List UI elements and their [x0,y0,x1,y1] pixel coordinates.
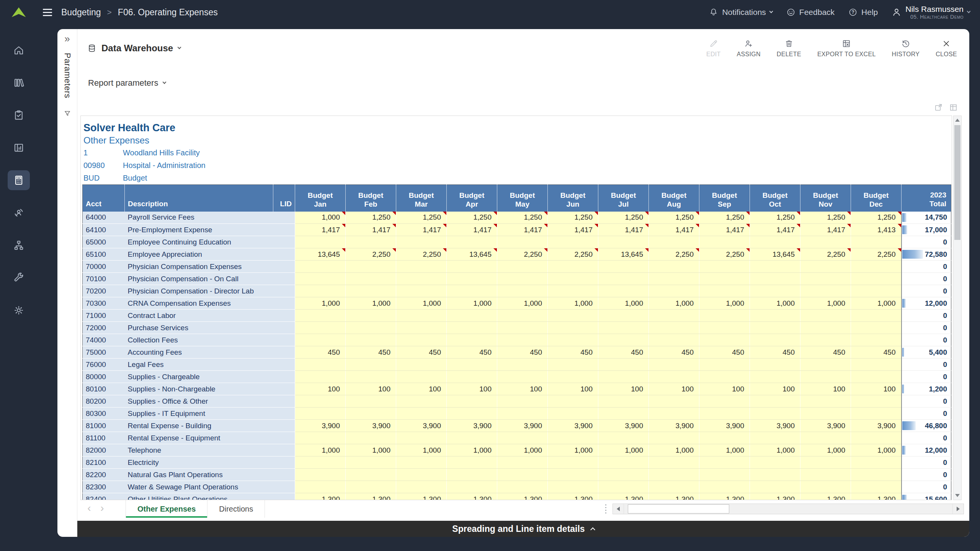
cell-month-value[interactable]: 3,900 [851,420,902,432]
cell-month-value[interactable]: 1,000 [800,444,851,456]
cell-month-value[interactable]: 1,000 [295,297,346,310]
cell-month-value[interactable] [851,432,902,444]
scroll-right-arrow[interactable] [953,504,964,514]
cell-month-value[interactable] [295,456,346,469]
cell-month-value[interactable] [699,456,750,469]
cell-month-value[interactable]: 100 [295,383,346,395]
cell-month-value[interactable] [346,395,396,408]
cell-month-value[interactable]: 1,250 [649,212,699,224]
cell-month-value[interactable]: 1,300 [396,493,447,500]
cell-month-value[interactable] [699,371,750,383]
cell-month-value[interactable] [800,261,851,273]
cell-month-value[interactable]: 3,900 [447,420,497,432]
horizontal-scroll-thumb[interactable] [628,504,729,514]
cell-month-value[interactable] [396,322,447,334]
cell-month-value[interactable]: 13,645 [598,248,649,261]
cell-month-value[interactable]: 100 [548,383,598,395]
cell-month-value[interactable] [346,236,396,248]
cell-month-value[interactable]: 3,900 [396,420,447,432]
cell-month-value[interactable]: 1,417 [346,224,396,236]
cell-month-value[interactable] [598,334,649,346]
cell-month-value[interactable]: 1,417 [447,224,497,236]
cell-month-value[interactable] [447,456,497,469]
cell-month-value[interactable]: 1,000 [447,444,497,456]
cell-month-value[interactable]: 1,250 [750,212,800,224]
cell-month-value[interactable] [497,432,548,444]
cell-month-value[interactable]: 1,250 [598,212,649,224]
cell-month-value[interactable]: 1,300 [346,493,396,500]
cell-month-value[interactable] [851,285,902,297]
cell-month-value[interactable] [346,469,396,481]
tab-other-expenses[interactable]: Other Expenses [126,500,207,518]
cell-month-value[interactable]: 100 [447,383,497,395]
cell-month-value[interactable] [447,432,497,444]
cell-month-value[interactable]: 1,300 [447,493,497,500]
cell-month-value[interactable]: 1,300 [497,493,548,500]
table-view-icon[interactable] [949,103,958,112]
cell-month-value[interactable] [548,261,598,273]
sidebar-item-home[interactable] [0,34,38,66]
cell-month-value[interactable] [598,456,649,469]
cell-month-value[interactable]: 450 [447,346,497,359]
cell-month-value[interactable] [649,273,699,285]
cell-month-value[interactable] [851,395,902,408]
cell-month-value[interactable] [497,273,548,285]
cell-month-value[interactable] [598,371,649,383]
cell-month-value[interactable]: 1,417 [750,224,800,236]
cell-month-value[interactable]: 1,417 [598,224,649,236]
sidebar-item-tasks[interactable] [0,99,38,131]
cell-month-value[interactable]: 100 [649,383,699,395]
cell-month-value[interactable]: 450 [851,346,902,359]
cell-month-value[interactable] [497,481,548,493]
filter-icon[interactable] [64,110,71,117]
cell-month-value[interactable] [295,236,346,248]
cell-month-value[interactable] [800,432,851,444]
cell-month-value[interactable] [851,469,902,481]
cell-month-value[interactable]: 1,000 [396,297,447,310]
cell-month-value[interactable] [548,395,598,408]
cell-month-value[interactable] [548,432,598,444]
cell-month-value[interactable]: 100 [800,383,851,395]
cell-month-value[interactable] [598,273,649,285]
datasource-selector[interactable]: Data Warehouse [87,43,181,54]
cell-month-value[interactable]: 450 [649,346,699,359]
cell-month-value[interactable] [649,310,699,322]
tab-nav-right-icon[interactable]: › [96,500,109,518]
cell-month-value[interactable] [548,469,598,481]
feedback-button[interactable]: Feedback [786,8,835,17]
cell-month-value[interactable] [447,408,497,420]
cell-month-value[interactable] [548,456,598,469]
cell-month-value[interactable]: 3,900 [699,420,750,432]
cell-month-value[interactable] [295,371,346,383]
cell-month-value[interactable]: 1,000 [750,297,800,310]
cell-month-value[interactable] [497,359,548,371]
cell-month-value[interactable] [346,322,396,334]
cell-month-value[interactable]: 1,300 [295,493,346,500]
cell-month-value[interactable]: 3,900 [548,420,598,432]
cell-month-value[interactable] [497,371,548,383]
cell-month-value[interactable] [750,273,800,285]
cell-month-value[interactable] [851,310,902,322]
cell-month-value[interactable]: 1,000 [649,444,699,456]
cell-month-value[interactable]: 2,250 [548,248,598,261]
cell-month-value[interactable] [396,285,447,297]
cell-month-value[interactable] [346,285,396,297]
cell-month-value[interactable] [497,310,548,322]
cell-month-value[interactable] [346,334,396,346]
cell-month-value[interactable]: 1,300 [800,493,851,500]
cell-month-value[interactable] [699,359,750,371]
cell-month-value[interactable]: 1,000 [649,297,699,310]
solver-logo[interactable] [0,7,38,18]
cell-month-value[interactable] [295,408,346,420]
cell-month-value[interactable] [548,273,598,285]
cell-month-value[interactable]: 100 [497,383,548,395]
cell-month-value[interactable]: 1,000 [497,297,548,310]
cell-month-value[interactable]: 1,300 [649,493,699,500]
cell-month-value[interactable] [497,408,548,420]
cell-month-value[interactable] [548,481,598,493]
cell-month-value[interactable]: 1,000 [447,297,497,310]
cell-month-value[interactable] [346,456,396,469]
cell-month-value[interactable] [699,481,750,493]
splitter-handle[interactable] [603,500,609,518]
tab-directions[interactable]: Directions [207,500,265,518]
